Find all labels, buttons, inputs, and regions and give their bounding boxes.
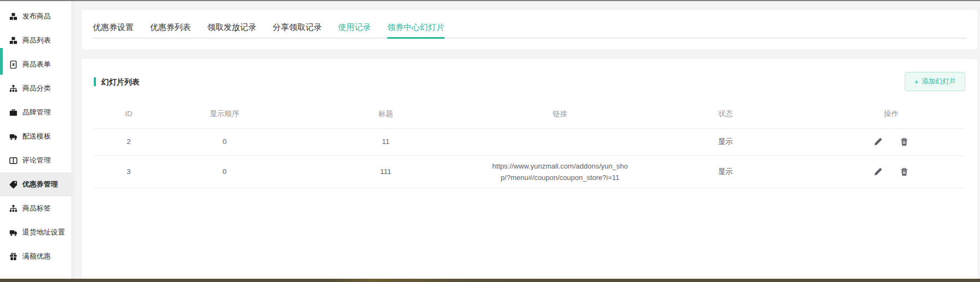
cell-id: 2 bbox=[94, 128, 164, 155]
panel-title: 幻灯片列表 bbox=[94, 77, 140, 86]
table-row: 2 0 11 显示 bbox=[94, 128, 965, 155]
cubes-icon bbox=[9, 13, 17, 21]
panel-header: 幻灯片列表 + 添加幻灯片 bbox=[94, 72, 965, 91]
edit-button[interactable] bbox=[874, 137, 882, 146]
sidebar-scroll-indicator bbox=[0, 48, 3, 75]
edit-button[interactable] bbox=[874, 167, 882, 176]
cell-actions bbox=[817, 155, 965, 188]
cell-title: 111 bbox=[286, 155, 486, 188]
col-header-actions: 操作 bbox=[817, 100, 965, 128]
tab-claim-issue-records[interactable]: 领取发放记录 bbox=[207, 17, 256, 39]
tabs-card: 优惠券设置 优惠券列表 领取发放记录 分享领取记录 使用记录 领券中心幻灯片 bbox=[82, 10, 977, 49]
cell-id: 3 bbox=[94, 155, 164, 188]
sidebar-item-label: 满额优惠 bbox=[22, 251, 51, 261]
sidebar-item-label: 优惠券管理 bbox=[22, 179, 58, 189]
slide-table: ID 显示顺序 标题 链接 状态 操作 2 0 11 显示 bbox=[94, 100, 965, 188]
window-top-edge bbox=[0, 0, 980, 1]
cell-link bbox=[486, 128, 634, 155]
sidebar-item-brand-management[interactable]: 品牌管理 bbox=[0, 100, 71, 124]
sidebar-item-label: 商品列表 bbox=[22, 35, 51, 45]
sidebar-item-product-tags[interactable]: 商品标签 bbox=[0, 196, 71, 220]
sidebar-item-coupon-management[interactable]: 优惠券管理 bbox=[0, 172, 71, 196]
tab-bar: 优惠券设置 优惠券列表 领取发放记录 分享领取记录 使用记录 领券中心幻灯片 bbox=[93, 17, 966, 39]
truck-icon bbox=[9, 133, 17, 141]
col-header-link: 链接 bbox=[486, 100, 634, 128]
cubes-icon bbox=[9, 37, 17, 45]
col-header-id: ID bbox=[94, 100, 164, 128]
col-header-title: 标题 bbox=[286, 100, 486, 128]
sidebar-item-label: 品牌管理 bbox=[22, 107, 51, 117]
sidebar-item-label: 配送模板 bbox=[22, 131, 51, 141]
tab-usage-records[interactable]: 使用记录 bbox=[338, 17, 371, 39]
bottom-edge-strip bbox=[0, 279, 980, 282]
col-header-display-order: 显示顺序 bbox=[164, 100, 286, 128]
slide-list-panel: 幻灯片列表 + 添加幻灯片 ID 显示顺序 标题 链接 状态 操作 bbox=[82, 59, 977, 279]
sidebar-item-full-discount[interactable]: 满额优惠 bbox=[0, 244, 71, 268]
svg-text:x: x bbox=[12, 62, 15, 67]
briefcase-icon bbox=[9, 109, 17, 117]
cell-actions bbox=[817, 128, 965, 155]
main-content: 优惠券设置 优惠券列表 领取发放记录 分享领取记录 使用记录 领券中心幻灯片 幻… bbox=[82, 10, 977, 279]
excel-file-icon: x bbox=[9, 61, 17, 69]
table-header-row: ID 显示顺序 标题 链接 状态 操作 bbox=[94, 100, 965, 128]
cell-display-order: 0 bbox=[164, 155, 286, 188]
pencil-icon bbox=[874, 167, 882, 176]
delete-button[interactable] bbox=[900, 167, 909, 176]
sidebar-item-product-form[interactable]: x 商品表单 bbox=[0, 52, 71, 76]
cell-status: 显示 bbox=[634, 155, 817, 188]
add-slide-button[interactable]: + 添加幻灯片 bbox=[905, 72, 965, 91]
columns-icon bbox=[9, 157, 17, 165]
delete-button[interactable] bbox=[900, 137, 909, 146]
truck-icon bbox=[9, 229, 17, 237]
sidebar-item-label: 商品标签 bbox=[22, 203, 51, 213]
plus-icon: + bbox=[914, 79, 918, 85]
sidebar-item-label: 退货地址设置 bbox=[22, 227, 65, 237]
sitemap-icon bbox=[9, 85, 17, 93]
sidebar-item-delivery-template[interactable]: 配送模板 bbox=[0, 124, 71, 148]
pencil-icon bbox=[874, 137, 882, 146]
sitemap-icon bbox=[9, 205, 17, 213]
add-slide-button-label: 添加幻灯片 bbox=[922, 77, 957, 86]
cell-status: 显示 bbox=[634, 128, 817, 155]
tab-coupon-center-slides[interactable]: 领券中心幻灯片 bbox=[387, 17, 444, 39]
tab-coupon-list[interactable]: 优惠券列表 bbox=[150, 17, 191, 39]
sidebar-item-return-address-settings[interactable]: 退货地址设置 bbox=[0, 220, 71, 244]
sidebar: 发布商品 商品列表 x 商品表单 商品分类 品牌管理 配送模板 评论管理 优惠券… bbox=[0, 1, 72, 279]
sidebar-item-publish-product[interactable]: 发布商品 bbox=[0, 4, 71, 28]
cell-title: 11 bbox=[286, 128, 486, 155]
sidebar-item-product-category[interactable]: 商品分类 bbox=[0, 76, 71, 100]
sidebar-item-product-list[interactable]: 商品列表 bbox=[0, 28, 71, 52]
tab-coupon-settings[interactable]: 优惠券设置 bbox=[93, 17, 134, 39]
trash-icon bbox=[900, 167, 909, 176]
col-header-status: 状态 bbox=[634, 100, 817, 128]
cell-display-order: 0 bbox=[164, 128, 286, 155]
sidebar-item-label: 商品表单 bbox=[22, 59, 51, 69]
tag-icon bbox=[9, 181, 17, 189]
sidebar-item-label: 评论管理 bbox=[22, 155, 51, 165]
table-row: 3 0 111 https://www.yunzmall.com/addons/… bbox=[94, 155, 965, 188]
sidebar-item-label: 商品分类 bbox=[22, 83, 51, 93]
cell-link: https://www.yunzmall.com/addons/yun_shop… bbox=[486, 155, 634, 188]
trash-icon bbox=[900, 137, 909, 146]
sidebar-item-comment-management[interactable]: 评论管理 bbox=[0, 148, 71, 172]
tab-share-claim-records[interactable]: 分享领取记录 bbox=[273, 17, 322, 39]
sidebar-item-label: 发布商品 bbox=[22, 11, 51, 21]
gift-icon bbox=[9, 253, 17, 261]
